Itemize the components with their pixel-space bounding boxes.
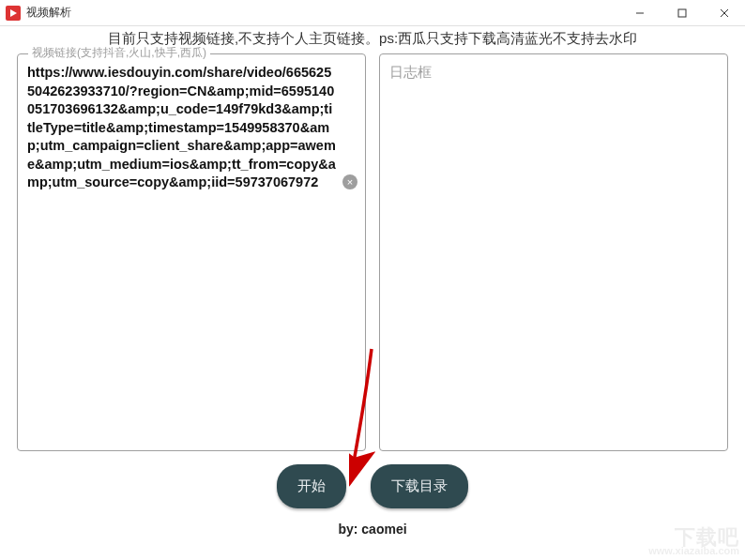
app-icon — [6, 6, 21, 21]
input-panel-label: 视频链接(支持抖音,火山,快手,西瓜) — [28, 45, 210, 61]
window-controls — [618, 0, 745, 25]
watermark-sub: www.xiazaiba.com — [648, 546, 739, 556]
svg-rect-2 — [678, 9, 686, 17]
credit-text: by: caomei — [0, 514, 745, 537]
input-panel: 视频链接(支持抖音,火山,快手,西瓜) https://www.iesdouyi… — [17, 53, 366, 451]
log-panel-box: 日志框 — [379, 53, 728, 451]
url-input[interactable]: https://www.iesdouyin.com/share/video/66… — [27, 64, 337, 192]
window-titlebar: 视频解析 — [0, 0, 745, 26]
window-title: 视频解析 — [26, 5, 71, 21]
download-dir-button[interactable]: 下载目录 — [371, 464, 468, 508]
panels-container: 视频链接(支持抖音,火山,快手,西瓜) https://www.iesdouyi… — [0, 53, 745, 451]
input-panel-box: https://www.iesdouyin.com/share/video/66… — [17, 53, 366, 451]
start-button[interactable]: 开始 — [277, 464, 346, 508]
clear-input-icon[interactable]: × — [342, 174, 357, 189]
log-placeholder: 日志框 — [389, 64, 718, 82]
maximize-button[interactable] — [661, 0, 703, 25]
close-button[interactable] — [703, 0, 745, 25]
log-panel: 日志框 — [379, 53, 728, 451]
svg-marker-0 — [10, 9, 17, 17]
titlebar-left: 视频解析 — [6, 5, 71, 21]
button-row: 开始 下载目录 — [0, 451, 745, 514]
minimize-button[interactable] — [618, 0, 661, 25]
